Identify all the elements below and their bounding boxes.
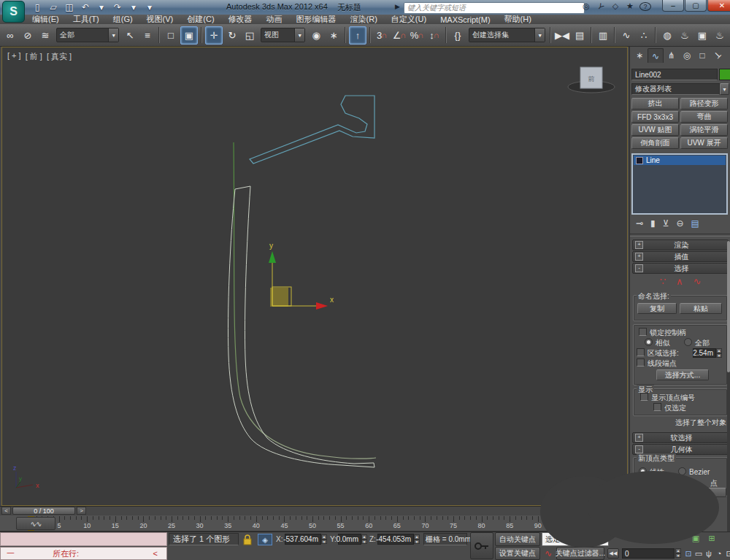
menu-item-1[interactable]: 工具(T) xyxy=(73,14,99,25)
angle-snap-icon[interactable]: ∠∩ xyxy=(391,27,407,44)
rollout-rendering[interactable]: + 渲染 xyxy=(632,239,729,250)
modifier-button-5[interactable]: 涡轮平滑 xyxy=(680,124,728,136)
move-gizmo[interactable]: y x xyxy=(269,242,334,310)
checkbox-icon[interactable] xyxy=(637,358,645,367)
select-and-move-icon[interactable]: ✛ xyxy=(205,26,223,45)
rollout-soft-selection[interactable]: + 软选择 xyxy=(632,432,729,443)
open-file-icon[interactable]: ▱ xyxy=(47,1,60,12)
select-by-button[interactable]: 选择方式... xyxy=(656,369,709,380)
selection-lock-toggle[interactable] xyxy=(240,534,255,545)
alike-radio[interactable]: 相似 xyxy=(645,338,670,348)
radio-icon[interactable] xyxy=(645,338,653,346)
checkbox-icon[interactable] xyxy=(639,328,647,336)
remove-modifier-icon[interactable]: ⊖ xyxy=(676,218,683,229)
area-selection-checkbox[interactable]: 区域选择: xyxy=(637,348,679,358)
set-key-button[interactable]: 设置关键点 xyxy=(495,547,540,560)
segment-subobject-icon[interactable]: ∧ xyxy=(676,276,683,287)
object-color-swatch[interactable] xyxy=(719,69,730,80)
undo-dropdown-icon[interactable]: ▾ xyxy=(95,1,108,12)
viewport-label-menu-2[interactable]: [ 真实 ] xyxy=(47,51,72,62)
redo-icon[interactable]: ↷ xyxy=(111,1,124,12)
pan-hand-icon[interactable]: ψ xyxy=(704,548,714,559)
shape-hammer-spline[interactable] xyxy=(250,96,374,164)
rollout-expand-icon[interactable]: - xyxy=(635,445,643,453)
window-crossing-icon[interactable]: ▣ xyxy=(180,26,198,45)
frame-spinner[interactable]: ▲▼ xyxy=(675,548,681,558)
x-coord-spinner[interactable]: ▲▼ xyxy=(321,534,327,544)
menu-item-9[interactable]: 自定义(U) xyxy=(391,14,426,25)
keyboard-override-icon[interactable]: ↑ xyxy=(349,26,366,45)
menu-item-6[interactable]: 动画 xyxy=(266,14,283,25)
favorites-star-icon[interactable]: ★ xyxy=(625,1,635,11)
save-file-icon[interactable]: ◫ xyxy=(63,1,76,12)
segment-end-checkbox[interactable]: 线段端点 xyxy=(637,358,677,369)
schematic-view-icon[interactable]: ∴ xyxy=(636,27,652,44)
tab-create[interactable]: ∗ xyxy=(632,48,647,62)
rollout-expand-icon[interactable]: - xyxy=(635,264,643,272)
close-button[interactable]: ✕ xyxy=(707,0,730,12)
snap-toggle-3d-icon[interactable]: 3∩ xyxy=(374,27,390,44)
panel-scrollbar-thumb[interactable] xyxy=(727,241,730,372)
material-editor-icon[interactable]: ◍ xyxy=(659,27,675,44)
mini-curve-editor-button[interactable]: ∿∿ xyxy=(16,517,55,530)
rendered-frame-icon[interactable]: ▣ xyxy=(694,27,710,44)
key-filters-button[interactable]: 关键点过滤器... xyxy=(556,547,604,560)
set-keys-button[interactable] xyxy=(470,532,493,559)
maxscript-mini-listener[interactable]: 一 所在行: < xyxy=(0,547,167,560)
modifier-stack[interactable]: Line xyxy=(631,153,728,215)
undo-icon[interactable]: ↶ xyxy=(79,1,92,12)
next-frame-arrow[interactable]: > xyxy=(77,507,86,515)
gizmo-y-arrow[interactable] xyxy=(269,251,276,263)
vertex-subobject-icon[interactable]: ∵ xyxy=(660,276,666,287)
redo-dropdown-icon[interactable]: ▾ xyxy=(127,1,140,12)
modifier-list-dropdown[interactable]: 修改器列表 xyxy=(631,83,720,95)
menu-item-2[interactable]: 组(G) xyxy=(113,14,133,25)
edit-named-sets-icon[interactable]: {} xyxy=(450,27,466,44)
listener-chevron-icon[interactable]: < xyxy=(153,549,158,558)
viewcube[interactable]: 前 xyxy=(568,67,615,93)
menu-item-7[interactable]: 图形编辑器 xyxy=(296,14,337,25)
dropdown-arrow-icon[interactable]: ▼ xyxy=(294,28,304,42)
help-icon[interactable]: ? xyxy=(639,2,651,11)
shape-line-selected[interactable] xyxy=(228,186,374,467)
modifier-list-arrow-icon[interactable]: ▼ xyxy=(720,83,729,95)
spinner-snap-icon[interactable]: ↕∩ xyxy=(426,27,442,44)
all-radio[interactable]: 全部 xyxy=(684,338,710,348)
orbit-icon[interactable]: ◔ xyxy=(714,548,724,559)
maximize-viewport-icon[interactable]: ⊡ xyxy=(724,548,730,559)
modifier-button-2[interactable]: FFD 3x3x3 xyxy=(631,111,679,123)
y-coord-spinner[interactable]: ▲▼ xyxy=(361,534,367,544)
object-name-field[interactable]: Line002 xyxy=(631,69,718,80)
select-and-scale-icon[interactable]: ◱ xyxy=(242,27,258,44)
tab-hierarchy[interactable]: ⋔ xyxy=(664,48,679,62)
configure-modifier-sets-icon[interactable]: ▤ xyxy=(691,218,699,229)
zoom-region-icon[interactable]: ⊡ xyxy=(683,548,694,559)
reference-coordinate-dropdown[interactable]: 视图▼ xyxy=(261,28,305,42)
time-slider-track[interactable] xyxy=(0,506,628,515)
select-and-manipulate-icon[interactable]: ∗ xyxy=(326,27,342,44)
menu-item-0[interactable]: 编辑(E) xyxy=(32,14,59,25)
selected-only-checkbox[interactable]: 仅选定 xyxy=(653,403,686,413)
modifier-button-1[interactable]: 路径变形 xyxy=(680,98,728,110)
named-sets-dropdown[interactable]: 创建选择集▼ xyxy=(469,28,545,42)
show-vertex-numbers-checkbox[interactable]: 显示顶点编号 xyxy=(640,393,695,403)
menu-item-11[interactable]: 帮助(H) xyxy=(504,14,531,25)
minimize-button[interactable]: – xyxy=(662,0,684,12)
select-and-rotate-icon[interactable]: ↻ xyxy=(224,27,240,44)
tab-modify[interactable]: ∿ xyxy=(648,48,664,63)
select-object-icon[interactable]: ↖ xyxy=(122,27,138,44)
current-frame-field[interactable]: 0 xyxy=(622,548,675,559)
checkbox-icon[interactable] xyxy=(653,403,661,411)
application-menu-button[interactable]: S xyxy=(2,1,25,23)
use-pivot-center-icon[interactable]: ◉ xyxy=(308,27,324,44)
modifier-button-6[interactable]: 倒角剖面 xyxy=(631,137,679,149)
paste-button[interactable]: 粘贴 xyxy=(680,303,722,314)
previous-frame-arrow[interactable]: < xyxy=(1,507,11,515)
area-selection-value[interactable]: 2.54m xyxy=(693,348,716,358)
show-end-result-icon[interactable]: ▮ xyxy=(650,218,656,229)
modifier-button-3[interactable]: 弯曲 xyxy=(680,111,728,123)
search-collapse-icon[interactable]: ▶ xyxy=(395,3,400,10)
go-to-start-button[interactable]: ◀◀ xyxy=(607,548,619,559)
rollout-expand-icon[interactable]: + xyxy=(635,434,643,442)
modifier-button-4[interactable]: UVW 贴图 xyxy=(631,124,679,136)
